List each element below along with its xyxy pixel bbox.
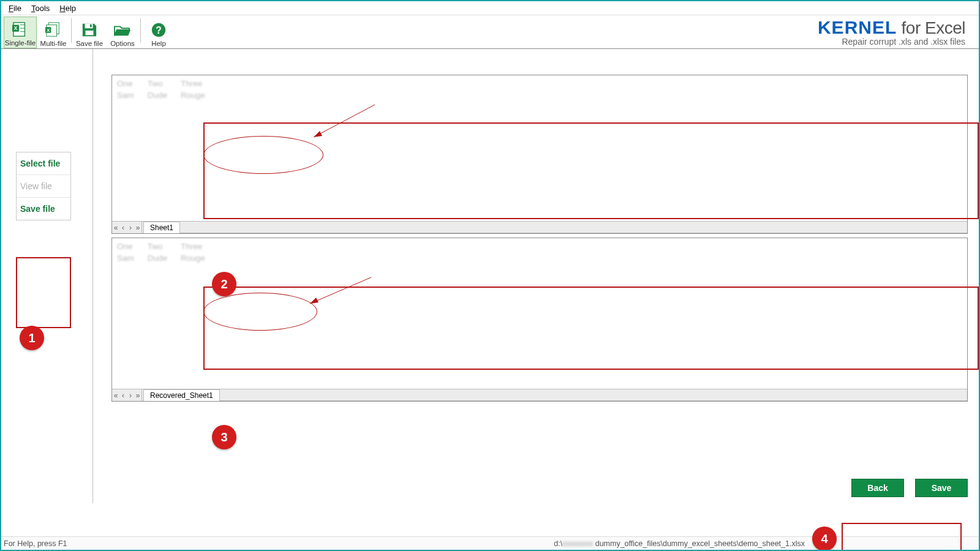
- action-button-row: Back Save: [851, 479, 968, 497]
- excel-single-icon: X: [10, 21, 30, 38]
- svg-text:X: X: [14, 25, 18, 31]
- tab-nav-first-icon[interactable]: «: [112, 223, 119, 232]
- toolbar-help[interactable]: ? Help: [142, 17, 175, 48]
- tab-nav-last-icon[interactable]: »: [134, 223, 141, 232]
- help-icon: ?: [149, 21, 168, 39]
- cell: One: [115, 241, 145, 252]
- step-save-file[interactable]: Save file: [17, 198, 70, 220]
- toolbar-multi-file[interactable]: X Multi-file: [37, 17, 70, 48]
- cell: One: [115, 78, 145, 89]
- preview-grid-original[interactable]: OneTwoThree SamDudeRouge: [112, 75, 967, 221]
- tab-nav-first-icon[interactable]: «: [112, 391, 119, 400]
- toolbar-separator: [140, 18, 141, 43]
- toolbar-help-label: Help: [151, 40, 166, 47]
- cell: Sam: [115, 89, 145, 101]
- tab-nav-next-icon[interactable]: ›: [127, 391, 134, 400]
- toolbar-options[interactable]: Options: [106, 17, 139, 48]
- callout-box-sidebar: [16, 257, 71, 328]
- menu-bar: File Tools Help: [1, 1, 979, 15]
- menu-file-label: ile: [13, 4, 21, 13]
- back-button[interactable]: Back: [851, 479, 904, 497]
- folder-open-icon: [113, 21, 132, 39]
- svg-text:X: X: [47, 28, 50, 33]
- preview-pane-original: OneTwoThree SamDudeRouge « ‹ › » Sheet1: [111, 75, 968, 234]
- step-view-file[interactable]: View file: [17, 175, 70, 198]
- cell: Dude: [145, 89, 178, 101]
- excel-multi-icon: X: [43, 21, 63, 39]
- cell: Two: [145, 78, 178, 89]
- cell: Rouge: [178, 89, 216, 101]
- toolbar-single-file[interactable]: X Single-file: [4, 17, 37, 48]
- svg-text:?: ?: [156, 25, 162, 36]
- preview-pane-recovered: OneTwoThree SamDudeRouge « ‹ › » Recover…: [111, 238, 968, 402]
- sheet-tabs-recovered: « ‹ › » Recovered_Sheet1: [112, 389, 967, 401]
- tab-nav-last-icon[interactable]: »: [134, 391, 141, 400]
- brand-title: KERNEL for Excel: [818, 17, 965, 38]
- preview-grid-recovered[interactable]: OneTwoThree SamDudeRouge: [112, 238, 967, 389]
- status-help-text: For Help, press F1: [4, 539, 67, 548]
- tab-nav-next-icon[interactable]: ›: [127, 223, 134, 232]
- toolbar-save-file[interactable]: Save file: [73, 17, 106, 48]
- cell: Sam: [115, 252, 145, 264]
- brand: KERNEL for Excel Repair corrupt .xls and…: [818, 17, 974, 47]
- svg-rect-12: [90, 24, 92, 28]
- cell: Two: [145, 241, 178, 252]
- save-icon: [80, 21, 99, 39]
- callout-marker-3: 3: [212, 425, 236, 449]
- brand-for-excel: for Excel: [897, 18, 965, 37]
- menu-tools-label: ools: [35, 4, 50, 13]
- toolbar-options-label: Options: [110, 40, 135, 47]
- tab-nav-prev-icon[interactable]: ‹: [119, 223, 127, 232]
- menu-help-label: elp: [66, 4, 76, 13]
- cell: Three: [178, 241, 216, 252]
- callout-marker-1: 1: [20, 326, 44, 350]
- cell: Dude: [145, 252, 178, 264]
- brand-kernel: KERNEL: [818, 17, 897, 37]
- menu-file[interactable]: File: [4, 2, 26, 14]
- save-button[interactable]: Save: [915, 479, 968, 497]
- status-file-path: d:\xxxxxxxx dummy_office_files\dummy_exc…: [554, 539, 805, 548]
- cell: Rouge: [178, 252, 216, 264]
- toolbar: X Single-file X Multi-file Save file: [1, 15, 979, 49]
- sheet-tabs-original: « ‹ › » Sheet1: [112, 221, 967, 233]
- sidebar: Select file View file Save file 1: [1, 49, 93, 503]
- sheet-tab-recovered[interactable]: Recovered_Sheet1: [143, 389, 220, 401]
- toolbar-multi-file-label: Multi-file: [40, 40, 67, 47]
- menu-help[interactable]: Help: [55, 2, 81, 14]
- toolbar-save-file-label: Save file: [76, 40, 103, 47]
- toolbar-separator: [71, 18, 72, 43]
- status-bar: For Help, press F1 d:\xxxxxxxx dummy_off…: [1, 536, 979, 550]
- brand-subtitle: Repair corrupt .xls and .xlsx files: [818, 37, 965, 47]
- sheet-tab-original[interactable]: Sheet1: [143, 222, 180, 233]
- wizard-steps-box: Select file View file Save file: [16, 152, 71, 220]
- menu-tools[interactable]: Tools: [26, 2, 55, 14]
- tab-nav-prev-icon[interactable]: ‹: [119, 391, 127, 400]
- cell: Three: [178, 78, 216, 89]
- content-area: OneTwoThree SamDudeRouge « ‹ › » Sheet1: [93, 49, 979, 503]
- svg-rect-11: [86, 31, 94, 35]
- step-select-file[interactable]: Select file: [17, 152, 70, 175]
- toolbar-single-file-label: Single-file: [5, 39, 36, 47]
